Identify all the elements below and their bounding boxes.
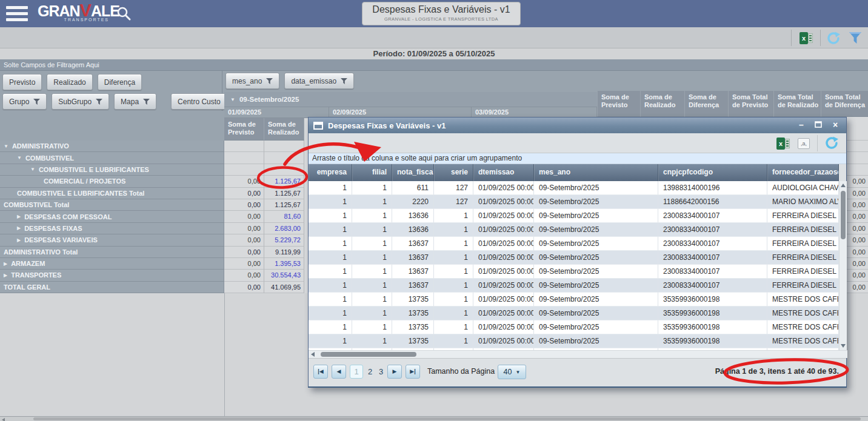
measure-field-realizado[interactable]: Realizado — [47, 74, 92, 90]
grid-row[interactable]: 11222012701/09/2025 00:00:0009-Setembro/… — [309, 195, 839, 209]
modal-export-text-icon[interactable]: ,a, — [795, 136, 813, 151]
hamburger-menu-icon[interactable] — [6, 6, 28, 21]
first-page-button[interactable]: |◀ — [313, 365, 328, 379]
close-button[interactable]: × — [830, 121, 840, 130]
pivot-row-label[interactable]: ▶TRANSPORTES — [0, 270, 224, 281]
cell-soma-previsto: 0,00 — [224, 223, 264, 234]
summary-header-soma-de-previsto[interactable]: Soma de Previsto — [597, 91, 640, 117]
grid-vertical-scrollbar[interactable] — [839, 181, 847, 350]
scroll-left-icon[interactable] — [2, 418, 5, 421]
grid-column-header-filial[interactable]: filial — [352, 164, 392, 181]
pivot-row-label[interactable]: ▶DESPESAS FIXAS — [0, 223, 224, 234]
summary-header-soma-total-de-previsto[interactable]: Soma Total de Previsto — [728, 91, 773, 117]
page-link-2[interactable]: 2 — [368, 367, 372, 376]
maximize-button[interactable] — [813, 121, 823, 130]
grid-row[interactable]: 1113636101/09/2025 00:00:0009-Setembro/2… — [309, 209, 839, 223]
grid-column-header-dtemissao[interactable]: dtemissao — [473, 164, 534, 181]
collapse-icon[interactable]: ▼ — [30, 167, 35, 172]
previous-page-button[interactable]: ◀ — [332, 365, 346, 379]
pivot-row-label[interactable]: ▼COMBUSTIVEL — [0, 152, 224, 164]
scrollbar-thumb[interactable] — [33, 417, 861, 420]
expand-icon[interactable]: ▶ — [4, 273, 7, 278]
filter-icon[interactable] — [846, 30, 864, 46]
grid-row[interactable]: 1161112701/09/2025 00:00:0009-Setembro/2… — [309, 181, 839, 195]
summary-header-soma-de-realizado[interactable]: Soma de Realizado — [640, 91, 684, 117]
page-link-3[interactable]: 3 — [379, 367, 383, 376]
grid-column-header-nota-fiscal[interactable]: nota_fiscal — [392, 164, 434, 181]
cell-soma-realizado[interactable]: 1.395,53 — [264, 258, 304, 270]
pivot-row-label[interactable]: ▼COMBUSTIVEL E LUBRIFICANTES — [0, 164, 224, 176]
grid-row[interactable]: 1113637101/09/2025 00:00:0009-Setembro/2… — [309, 265, 839, 279]
collapse-icon[interactable]: ▼ — [4, 144, 8, 149]
scrollbar-thumb[interactable] — [841, 191, 846, 239]
pager-status: Página 1 de 3, itens 1 até 40 de 93. — [715, 367, 839, 376]
scroll-up-icon[interactable] — [841, 184, 846, 187]
pivot-row-label[interactable]: TOTAL GERAL — [0, 282, 224, 293]
scroll-down-icon[interactable] — [841, 344, 846, 348]
page-size-dropdown[interactable]: 40▼ — [498, 365, 526, 379]
column-field-mes-ano[interactable]: mes_ano — [225, 73, 279, 89]
modal-refresh-icon[interactable] — [823, 135, 841, 151]
grid-column-header-empresa[interactable]: empresa — [309, 164, 352, 181]
expand-icon[interactable]: ▶ — [17, 225, 21, 231]
pivot-row-label[interactable]: COMBUSTIVEL E LUBRIFICANTES Total — [0, 188, 224, 199]
pivot-row-label[interactable]: ADMINISTRATIVO Total — [0, 247, 224, 258]
pivot-row-label[interactable]: COMERCIAL / PROJETOS — [0, 176, 224, 187]
page-horizontal-scrollbar[interactable] — [0, 416, 868, 421]
summary-header-soma-de-diferen-a[interactable]: Soma de Diferença — [684, 91, 728, 117]
cell-soma-realizado[interactable]: 1.125,67 — [264, 176, 304, 187]
grid-cell-empresa: 1 — [309, 209, 352, 223]
pivot-row-label[interactable]: ▼ADMINISTRATIVO — [0, 141, 224, 152]
search-icon[interactable] — [116, 6, 132, 22]
summary-header-soma-total-de-realizado[interactable]: Soma Total de Realizado — [773, 91, 821, 117]
grid-column-header-fornecedor-razaosoc[interactable]: fornecedor_razaosoc — [767, 164, 839, 181]
minimize-button[interactable]: – — [796, 121, 806, 130]
scroll-left-icon[interactable] — [311, 352, 315, 357]
grid-row[interactable]: 1113735101/09/2025 00:00:0009-Setembro/2… — [309, 334, 839, 348]
grid-row[interactable]: 1113637101/09/2025 00:00:0009-Setembro/2… — [309, 251, 839, 265]
pivot-row-label[interactable]: ▶ARMAZEM — [0, 258, 224, 270]
row-field-grupo[interactable]: Grupo — [2, 93, 47, 110]
group-by-hint-bar[interactable]: Arraste o título da coluna e solte aqui … — [309, 153, 846, 164]
grid-row[interactable]: 1113735101/09/2025 00:00:0009-Setembro/2… — [309, 307, 839, 320]
subheader-soma-de-previsto[interactable]: Soma de Previsto — [224, 118, 264, 141]
cell-soma-realizado[interactable]: 30.554,43 — [264, 270, 304, 281]
collapse-month-icon[interactable]: ▼ — [230, 97, 235, 102]
pivot-row-label[interactable]: ▶DESPESAS COM PESSOAL — [0, 211, 224, 222]
subheader-soma-de-realizado[interactable]: Soma de Realizado — [264, 118, 304, 141]
next-page-button[interactable]: ▶ — [387, 365, 402, 379]
last-page-button[interactable]: ▶| — [406, 365, 420, 379]
grid-row[interactable]: 1113735101/09/2025 00:00:0009-Setembro/2… — [309, 320, 839, 334]
expand-icon[interactable]: ▶ — [17, 237, 21, 243]
row-field-subgrupo[interactable]: SubGrupo — [52, 93, 109, 110]
grid-row[interactable]: 1113637101/09/2025 00:00:0009-Setembro/2… — [309, 279, 839, 293]
modal-titlebar[interactable]: Despesas Fixas e Variáveis - v1 – × — [309, 118, 846, 133]
grid-row[interactable]: 1113637101/09/2025 00:00:0009-Setembro/2… — [309, 237, 839, 251]
grid-column-header-mes-ano[interactable]: mes_ano — [534, 164, 658, 181]
measure-field-previsto[interactable]: Previsto — [2, 74, 42, 90]
grid-row[interactable]: 1113735101/09/2025 00:00:0009-Setembro/2… — [309, 293, 839, 307]
cell-soma-realizado[interactable]: 81,60 — [264, 211, 304, 222]
modal-export-excel-icon[interactable]: x — [774, 136, 792, 151]
grid-column-header-cnpjcpfcodigo[interactable]: cnpjcpfcodigo — [658, 164, 767, 181]
expand-icon[interactable]: ▶ — [4, 261, 7, 267]
collapse-icon[interactable]: ▼ — [17, 155, 22, 161]
row-field-mapa[interactable]: Mapa — [114, 93, 156, 110]
pivot-row-label[interactable]: COMBUSTIVEL Total — [0, 199, 224, 211]
measure-field-diferen-a[interactable]: Diferença — [98, 74, 142, 90]
month-group-header[interactable]: ▼ 09-Setembro/2025 — [224, 92, 597, 107]
column-field-data-emissao[interactable]: data_emissao — [284, 73, 354, 89]
field-label: data_emissao — [291, 77, 336, 85]
grid-column-header-serie[interactable]: serie — [434, 164, 473, 181]
cell-soma-realizado[interactable]: 2.683,00 — [264, 223, 304, 234]
filter-drop-zone[interactable]: Solte Campos de Filtragem Aqui — [0, 59, 868, 71]
pivot-row-label[interactable]: ▶DESPESAS VARIAVEIS — [0, 234, 224, 246]
summary-header-soma-total-de-diferen-a[interactable]: Soma Total de Diferença — [821, 91, 868, 117]
expand-icon[interactable]: ▶ — [17, 214, 21, 219]
cell-soma-realizado[interactable]: 5.229,72 — [264, 234, 304, 246]
refresh-icon[interactable] — [824, 30, 843, 46]
scrollbar-thumb[interactable] — [321, 352, 416, 357]
grid-row[interactable]: 1113636101/09/2025 00:00:0009-Setembro/2… — [309, 223, 839, 237]
grid-horizontal-scrollbar[interactable] — [309, 350, 847, 358]
export-excel-icon[interactable]: x — [797, 30, 815, 46]
